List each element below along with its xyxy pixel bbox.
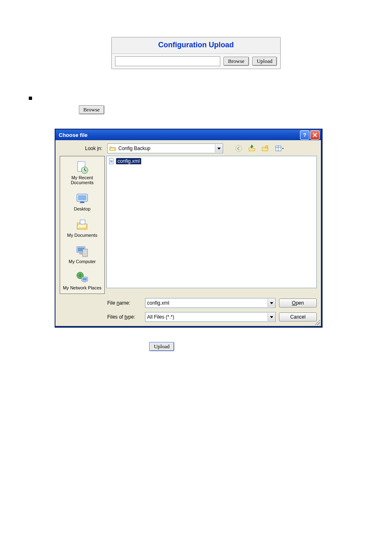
close-icon <box>313 133 317 137</box>
back-button[interactable] <box>234 143 244 153</box>
restore-heading-row: Restore Configuration <box>29 94 363 100</box>
place-my-documents[interactable]: My Documents <box>60 216 104 239</box>
folder-new-icon <box>261 145 269 152</box>
choose-file-dialog: Choose file ? Look in: Config Backup <box>55 129 322 327</box>
desktop-icon <box>75 192 89 206</box>
place-my-computer[interactable]: My Computer <box>60 243 104 266</box>
svg-rect-9 <box>80 220 85 224</box>
dialog-main: My Recent Documents Desktop <box>60 156 317 294</box>
inline-upload-button[interactable]: Upload <box>149 342 174 351</box>
place-label: My Documents <box>67 233 97 238</box>
file-list[interactable]: config.xml <box>106 156 317 288</box>
dialog-bottom: File name: config.xml Open Files of type… <box>60 298 317 322</box>
file-name-value: config.xml <box>145 300 267 306</box>
step-upload: Click the Upload button to upload the co… <box>29 342 363 351</box>
place-label: Desktop <box>74 206 90 211</box>
upload-button[interactable]: Upload <box>252 57 277 66</box>
place-desktop[interactable]: Desktop <box>60 190 104 213</box>
svg-rect-21 <box>110 162 113 162</box>
close-button[interactable] <box>310 130 320 140</box>
combo-arrow-icon[interactable] <box>215 144 223 153</box>
config-upload-title: Configuration Upload <box>112 37 280 54</box>
file-name-label: File name: <box>107 300 142 306</box>
open-button[interactable]: Open <box>279 298 317 308</box>
file-name-input[interactable]: config.xml <box>145 298 276 308</box>
place-label: My Computer <box>69 259 96 264</box>
file-type-value: All Files (*.*) <box>145 314 267 320</box>
dialog-title-actions: ? <box>300 130 320 140</box>
places-bar: My Recent Documents Desktop <box>60 156 105 294</box>
folder-up-icon <box>248 145 256 152</box>
view-menu-button[interactable] <box>273 143 286 153</box>
svg-point-0 <box>235 145 242 152</box>
view-menu-icon <box>275 145 284 152</box>
combo-arrow-icon[interactable] <box>267 313 275 321</box>
back-icon <box>235 145 242 152</box>
file-type-label: Files of type: <box>107 314 142 320</box>
recent-documents-icon <box>75 160 89 174</box>
place-recent-documents[interactable]: My Recent Documents <box>60 159 104 187</box>
network-places-icon <box>75 271 89 284</box>
svg-rect-17 <box>83 281 86 282</box>
svg-rect-19 <box>110 160 113 161</box>
place-label: My Recent Documents <box>60 175 104 185</box>
square-bullet-icon <box>29 97 32 100</box>
svg-rect-13 <box>79 252 83 254</box>
my-computer-icon <box>75 244 89 258</box>
cancel-button[interactable]: Cancel <box>279 312 317 321</box>
my-documents-icon <box>75 218 89 232</box>
help-button[interactable]: ? <box>300 130 309 140</box>
dialog-title: Choose file <box>59 132 88 138</box>
combo-arrow-icon[interactable] <box>267 299 275 307</box>
config-file-input[interactable] <box>115 56 220 66</box>
lookin-row: Look in: Config Backup <box>60 143 317 153</box>
config-upload-panel: Configuration Upload Browse Upload <box>111 37 281 69</box>
folder-open-icon <box>109 145 116 152</box>
up-one-level-button[interactable] <box>247 143 257 153</box>
place-my-network[interactable]: My Network Places <box>60 269 104 292</box>
svg-rect-12 <box>83 249 88 257</box>
inline-browse-button[interactable]: Browse <box>79 105 104 114</box>
config-upload-row: Browse Upload <box>112 54 280 69</box>
browse-button[interactable]: Browse <box>224 57 249 66</box>
file-icon <box>108 158 115 164</box>
dialog-body: Look in: Config Backup <box>55 140 321 326</box>
lookin-combo[interactable]: Config Backup <box>107 143 223 153</box>
file-item-config-xml[interactable]: config.xml <box>108 158 141 164</box>
lookin-label: Look in: <box>60 146 104 151</box>
svg-rect-20 <box>110 161 113 162</box>
svg-rect-16 <box>83 278 87 280</box>
dialog-titlebar[interactable]: Choose file ? <box>55 129 321 140</box>
svg-point-1 <box>265 146 268 148</box>
file-type-select[interactable]: All Files (*.*) <box>145 312 276 322</box>
lookin-toolbar <box>234 143 286 153</box>
new-folder-button[interactable] <box>260 143 270 153</box>
svg-rect-8 <box>78 195 86 200</box>
step-browse: Click the Browse button to find the conf… <box>55 105 363 114</box>
file-name: config.xml <box>116 158 141 164</box>
place-label: My Network Places <box>63 285 101 290</box>
lookin-value: Config Backup <box>118 146 215 151</box>
